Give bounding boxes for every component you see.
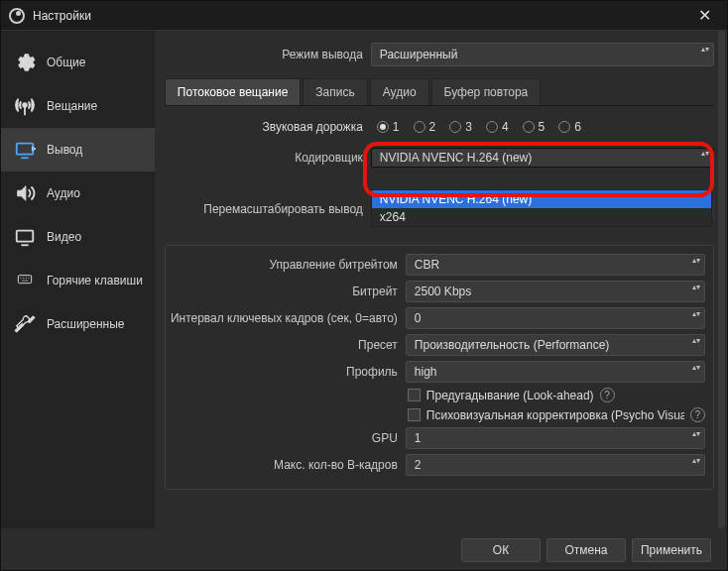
audio-track-2[interactable]: 2 — [414, 120, 436, 134]
audio-icon — [13, 181, 37, 205]
audio-track-3[interactable]: 3 — [449, 120, 472, 134]
spinner-icon: ▴▾ — [701, 150, 709, 158]
help-icon[interactable]: ? — [690, 407, 705, 422]
encoder-option-x264[interactable]: x264 — [372, 208, 711, 226]
spinner-icon: ▴▾ — [692, 364, 700, 372]
bframes-input[interactable]: 2▴▾ — [406, 454, 705, 476]
audio-track-5[interactable]: 5 — [523, 120, 546, 134]
profile-label: Профиль — [166, 365, 398, 379]
sidebar-item-hotkeys[interactable]: Горячие клавиши — [1, 259, 155, 302]
video-icon — [13, 225, 37, 249]
psycho-checkbox[interactable] — [408, 408, 421, 421]
ok-button[interactable]: ОК — [461, 538, 541, 562]
dialog-footer: ОК Отмена Применить — [1, 528, 727, 570]
tab-streaming[interactable]: Потоковое вещание — [165, 78, 302, 105]
sidebar-item-label: Горячие клавиши — [47, 274, 143, 287]
tab-recording[interactable]: Запись — [303, 78, 367, 105]
sidebar-item-stream[interactable]: Вещание — [1, 84, 155, 128]
sidebar-item-label: Вывод — [47, 143, 82, 157]
window-body: Общие Вещание Вывод Аудио — [1, 31, 727, 528]
psycho-label: Психовизуальная корректировка (Psycho Vi… — [426, 408, 684, 422]
rate-control-select[interactable]: CBR▴▾ — [406, 254, 705, 276]
sidebar-item-label: Видео — [47, 230, 81, 244]
sidebar-item-output[interactable]: Вывод — [1, 128, 155, 171]
preset-label: Пресет — [166, 338, 398, 352]
audio-track-label: Звуковая дорожка — [165, 120, 363, 134]
spinner-icon: ▴▾ — [701, 46, 709, 54]
audio-track-row: Звуковая дорожка 1 2 3 4 5 6 — [165, 114, 714, 140]
keyint-input[interactable]: 0▴▾ — [406, 307, 705, 329]
help-icon[interactable]: ? — [600, 388, 615, 402]
spinner-icon: ▴▾ — [692, 337, 700, 345]
svg-rect-7 — [18, 276, 31, 284]
spinner-icon: ▴▾ — [692, 430, 700, 438]
output-icon — [13, 138, 37, 162]
output-mode-row: Режим вывода Расширенный ▴▾ — [165, 43, 714, 66]
bitrate-input[interactable]: 2500 Kbps▴▾ — [406, 281, 705, 302]
rate-control-label: Управление битрейтом — [166, 258, 398, 272]
bframes-label: Макс. кол-во B-кадров — [166, 458, 398, 472]
sidebar-item-label: Общие — [47, 56, 85, 69]
encoder-option-nvenc[interactable]: NVIDIA NVENC H.264 (new) — [372, 190, 711, 208]
encoder-select[interactable]: NVIDIA NVENC H.264 (new) ▴▾ — [371, 148, 714, 168]
lookahead-label: Предугадывание (Look-ahead) — [426, 389, 594, 402]
rescale-label: Перемасштабировать вывод — [165, 202, 363, 216]
sidebar-item-audio[interactable]: Аудио — [1, 171, 155, 215]
spinner-icon: ▴▾ — [692, 257, 700, 265]
apply-button[interactable]: Применить — [632, 538, 711, 562]
encoder-dropdown: NVIDIA NVENC H.264 (new) x264 — [371, 189, 712, 227]
cancel-button[interactable]: Отмена — [546, 538, 626, 562]
gear-icon — [13, 51, 37, 74]
output-settings-content: Режим вывода Расширенный ▴▾ Потоковое ве… — [155, 31, 728, 528]
tab-audio[interactable]: Аудио — [370, 78, 429, 105]
stream-icon — [13, 94, 37, 118]
sidebar-item-general[interactable]: Общие — [1, 41, 155, 84]
svg-rect-2 — [17, 144, 34, 155]
preset-select[interactable]: Производительность (Performance)▴▾ — [406, 334, 705, 356]
sidebar-item-label: Расширенные — [47, 317, 125, 331]
tools-icon — [13, 312, 37, 336]
settings-window: Настройки ✕ Общие Вещание Вывод — [0, 0, 728, 571]
spinner-icon: ▴▾ — [692, 284, 700, 291]
encoder-wrap: Кодировщик NVIDIA NVENC H.264 (new) ▴▾ N… — [165, 148, 714, 170]
spinner-icon: ▴▾ — [692, 310, 700, 318]
encoder-label: Кодировщик — [165, 151, 363, 165]
profile-select[interactable]: high▴▾ — [406, 361, 705, 383]
close-button[interactable]: ✕ — [690, 2, 719, 29]
lookahead-checkbox[interactable] — [408, 389, 421, 401]
spinner-icon: ▴▾ — [692, 457, 700, 465]
audio-track-6[interactable]: 6 — [558, 120, 581, 134]
keyboard-icon — [13, 269, 37, 292]
keyint-label: Интервал ключевых кадров (сек, 0=авто) — [166, 311, 398, 325]
encoder-settings-panel: Управление битрейтом CBR▴▾ Битрейт 2500 … — [165, 245, 714, 490]
titlebar: Настройки ✕ — [1, 1, 727, 31]
audio-track-1[interactable]: 1 — [377, 120, 400, 134]
output-mode-label: Режим вывода — [165, 48, 363, 61]
gpu-label: GPU — [166, 431, 398, 445]
bitrate-label: Битрейт — [166, 285, 398, 298]
svg-rect-5 — [17, 231, 34, 242]
output-mode-select[interactable]: Расширенный ▴▾ — [371, 43, 714, 66]
svg-marker-4 — [32, 147, 36, 151]
svg-point-0 — [23, 103, 27, 107]
sidebar-item-video[interactable]: Видео — [1, 215, 155, 259]
vertical-scrollbar[interactable] — [718, 31, 725, 528]
settings-sidebar: Общие Вещание Вывод Аудио — [1, 31, 155, 528]
tab-replay-buffer[interactable]: Буфер повтора — [431, 78, 542, 105]
window-title: Настройки — [33, 9, 690, 23]
sidebar-item-label: Вещание — [47, 99, 97, 113]
output-tabs: Потоковое вещание Запись Аудио Буфер пов… — [165, 78, 714, 106]
obs-app-icon — [9, 8, 25, 24]
audio-track-4[interactable]: 4 — [486, 120, 509, 134]
gpu-input[interactable]: 1▴▾ — [406, 427, 705, 449]
output-mode-value: Расширенный — [380, 48, 458, 61]
sidebar-item-label: Аудио — [47, 186, 80, 200]
encoder-value: NVIDIA NVENC H.264 (new) — [380, 151, 532, 165]
sidebar-item-advanced[interactable]: Расширенные — [1, 302, 155, 346]
